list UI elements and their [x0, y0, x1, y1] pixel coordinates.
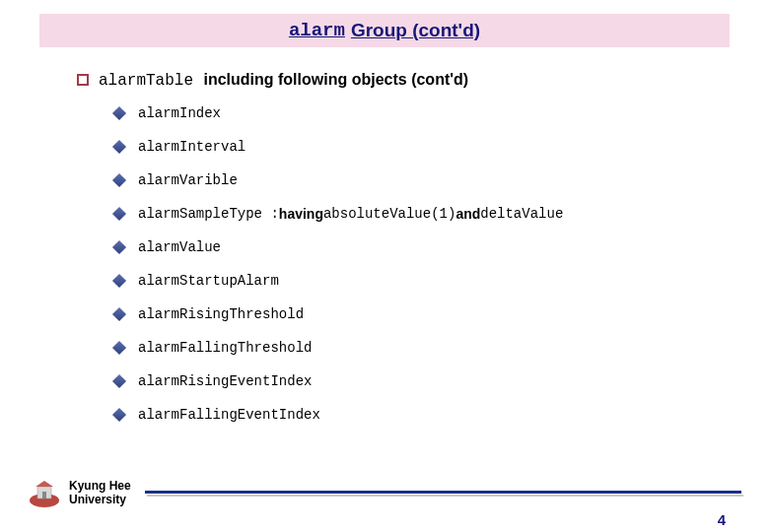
- slide: alarm Group (cont'd) alarmTable includin…: [0, 0, 769, 532]
- footer-divider: [145, 491, 741, 497]
- main-mono: alarmTable: [99, 72, 193, 90]
- item-text: alarmInterval: [138, 139, 245, 155]
- list-item: alarmInterval: [114, 139, 710, 155]
- item-text: alarmFallingEventIndex: [138, 407, 320, 423]
- item-mid1: absoluteValue(1): [323, 206, 455, 222]
- item-text: alarmVarible: [138, 172, 238, 188]
- diamond-bullet-icon: [112, 106, 126, 120]
- list-item: alarmRisingEventIndex: [114, 373, 710, 389]
- main-bullet: alarmTable including following objects (…: [77, 71, 710, 90]
- list-item: alarmVarible: [114, 172, 710, 188]
- list-item: alarmFallingEventIndex: [114, 407, 710, 423]
- main-text: alarmTable including following objects (…: [99, 71, 468, 90]
- item-text: alarmFallingThreshold: [138, 340, 312, 356]
- list-item: alarmSampleType : having absoluteValue(1…: [114, 206, 710, 222]
- svg-rect-3: [42, 492, 46, 499]
- diamond-bullet-icon: [112, 341, 126, 355]
- list-item: alarmRisingThreshold: [114, 306, 710, 322]
- page-number: 4: [718, 511, 726, 528]
- list-item: alarmStartupAlarm: [114, 273, 710, 289]
- svg-marker-2: [35, 481, 53, 487]
- item-text: alarmIndex: [138, 105, 221, 121]
- diamond-bullet-icon: [112, 173, 126, 187]
- diamond-bullet-icon: [112, 408, 126, 422]
- content: alarmTable including following objects (…: [0, 47, 769, 423]
- item-and: and: [455, 206, 480, 222]
- uni-line1: Kyung Hee: [69, 480, 131, 494]
- diamond-bullet-icon: [112, 307, 126, 321]
- footer: Kyung Hee University: [0, 473, 769, 514]
- slide-title: alarm Group (cont'd): [39, 14, 730, 47]
- item-having: having: [279, 206, 323, 222]
- diamond-bullet-icon: [112, 374, 126, 388]
- list-item: alarmValue: [114, 239, 710, 255]
- item-text: alarmSampleType :: [138, 206, 279, 222]
- university-name: Kyung Hee University: [69, 480, 131, 507]
- main-rest: including following objects (cont'd): [203, 71, 468, 88]
- diamond-bullet-icon: [112, 240, 126, 254]
- title-rest: Group (cont'd): [351, 20, 480, 41]
- list-item: alarmIndex: [114, 105, 710, 121]
- sublist: alarmIndex alarmInterval alarmVarible al…: [77, 105, 710, 423]
- item-text: alarmValue: [138, 239, 221, 255]
- uni-line2: University: [69, 494, 131, 507]
- university-logo-icon: [28, 479, 61, 508]
- diamond-bullet-icon: [112, 274, 126, 288]
- list-item: alarmFallingThreshold: [114, 340, 710, 356]
- item-mid2: deltaValue: [480, 206, 563, 222]
- title-mono: alarm: [289, 20, 345, 41]
- diamond-bullet-icon: [112, 207, 126, 221]
- item-text: alarmRisingThreshold: [138, 306, 304, 322]
- diamond-bullet-icon: [112, 140, 126, 154]
- item-text: alarmRisingEventIndex: [138, 373, 312, 389]
- square-bullet-icon: [77, 74, 89, 86]
- item-text: alarmStartupAlarm: [138, 273, 279, 289]
